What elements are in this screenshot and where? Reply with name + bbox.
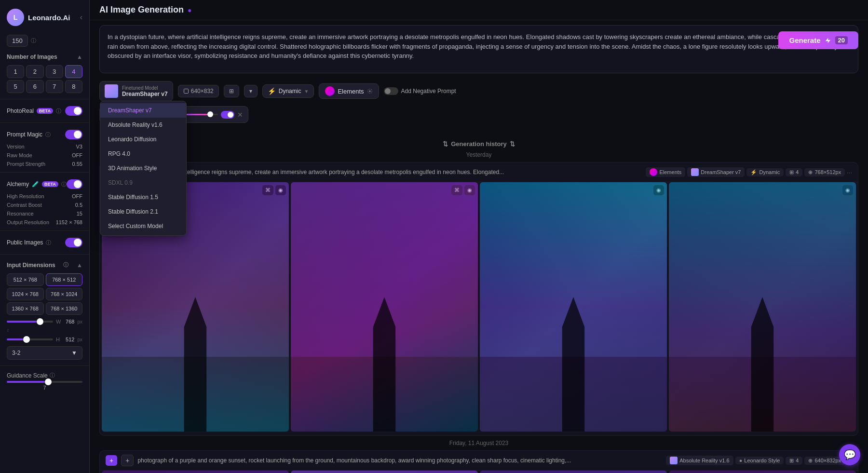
contrast-boost-option: Contrast Boost 0.5 [0, 201, 89, 209]
num-btn-1[interactable]: 1 [7, 65, 24, 78]
num-btn-2[interactable]: 2 [26, 65, 43, 78]
dropdown-item-sdxl[interactable]: SDXL 0.9 [100, 176, 186, 190]
dim-512x768[interactable]: 512 × 768 [7, 273, 44, 286]
model-selector[interactable]: Finetuned Model DreamShaper v7 DreamShap… [99, 81, 173, 101]
hist-count2-label: 4 [796, 458, 799, 463]
neg-prompt-mini-toggle[interactable] [384, 87, 398, 95]
sidebar: L Leonardo.Ai ‹ 150 ⓘ Number of Images ▲… [0, 0, 90, 473]
aspect-ratio-select[interactable]: 3-2 ▼ [7, 346, 82, 360]
num-btn-3[interactable]: 3 [46, 65, 63, 78]
image-cell-1-2[interactable]: ⌘ ◉ [291, 182, 478, 432]
image-eye-button-1-4[interactable]: ◉ [842, 185, 853, 195]
hist-tag-model: DreamShaper v7 [687, 167, 745, 177]
input-dimensions-info-icon[interactable]: ⓘ [63, 261, 68, 269]
image-cell-1-4[interactable]: ◉ [669, 182, 856, 432]
raw-mode-label: Raw Mode [7, 152, 32, 158]
alchemy-badge: BETA [42, 181, 58, 187]
high-res-value: OFF [72, 193, 82, 199]
history-item-1: + + ...where artificial intelligence rei… [99, 162, 858, 436]
dropdown-item-sd15[interactable]: Stable Diffusion 1.5 [100, 190, 186, 204]
guidance-scale-info-icon[interactable]: ⓘ [50, 372, 55, 379]
num-btn-7[interactable]: 7 [46, 80, 63, 93]
num-btn-8[interactable]: 8 [65, 80, 82, 93]
image-cell-2-3[interactable]: ◉ [480, 471, 667, 473]
negative-prompt-toggle[interactable]: Add Negative Prompt [384, 87, 456, 95]
sidebar-logo: L Leonardo.Ai ‹ [0, 5, 89, 33]
dropdown-item-sd21[interactable]: Stable Diffusion 2.1 [100, 204, 186, 219]
logo-text: Leonardo.Ai [28, 14, 70, 22]
height-slider-track[interactable] [7, 338, 53, 340]
history-item-2-add2-button[interactable]: + [121, 455, 134, 466]
image-magic-button-1-1[interactable]: ⌘ [262, 185, 273, 195]
dropdown-icon-btn[interactable]: ▾ [244, 85, 258, 97]
image-eye-button-1-2[interactable]: ◉ [464, 185, 475, 195]
guidance-scale-section: Guidance Scale ⓘ 7 [0, 370, 89, 392]
dropdown-item-rpg[interactable]: RPG 4.0 [100, 147, 186, 161]
dropdown-item-dreamshaper[interactable]: DreamShaper v7 [100, 103, 186, 118]
style-name: Dynamic [279, 88, 301, 95]
token-info-icon[interactable]: ⓘ [31, 37, 36, 44]
dim-1360x768[interactable]: 1360 × 768 [7, 302, 44, 315]
resonance-value: 15 [77, 211, 82, 216]
alchemy-info-icon[interactable]: ⓘ [61, 181, 67, 188]
alchemy-row: Alchemy 🧪 BETA ⓘ [0, 176, 89, 192]
input-dimensions-header[interactable]: Input Dimensions ⓘ ▲ [0, 258, 89, 271]
num-btn-5[interactable]: 5 [7, 80, 24, 93]
element1-close-button[interactable]: ✕ [237, 111, 243, 119]
prompt-textarea[interactable]: In a dystopian future, where artificial … [99, 25, 858, 73]
dim-1024x768[interactable]: 1024 × 768 [7, 288, 44, 300]
dropdown-item-custom[interactable]: Select Custom Model [100, 219, 186, 233]
hist-size2-label: 640×832px [814, 458, 841, 463]
help-icon[interactable]: ● [188, 6, 191, 14]
dropdown-item-3d[interactable]: 3D Animation Style [100, 161, 186, 176]
prompt-magic-toggle[interactable] [65, 130, 82, 139]
height-slider-row: H 512 px [0, 335, 89, 344]
dim-768x512[interactable]: 768 × 512 [46, 273, 83, 286]
image-cell-1-3[interactable]: ◉ [480, 182, 667, 432]
style-selector[interactable]: ⚡ Dynamic ▼ [262, 84, 314, 98]
public-images-toggle[interactable] [65, 238, 82, 247]
image-grid-2: ⌘ ◉ ◉ ◉ [100, 471, 858, 473]
back-button[interactable]: ‹ [80, 13, 82, 22]
dim-768x1024[interactable]: 768 × 1024 [46, 288, 83, 300]
image-eye-button-1-3[interactable]: ◉ [653, 185, 664, 195]
history-item-2-add-button[interactable]: + [106, 455, 117, 466]
dim-768x1360[interactable]: 768 × 1360 [46, 302, 83, 315]
image-cell-2-1[interactable]: ⌘ ◉ [102, 471, 289, 473]
photoreal-info-icon[interactable]: ⓘ [56, 108, 61, 115]
element1-enable-toggle[interactable] [221, 111, 234, 119]
element1-weight-track[interactable] [184, 114, 218, 115]
history-item-2-header: + + photograph of a purple and orange su… [100, 451, 858, 471]
generate-count: 20 [835, 36, 848, 44]
photoreal-toggle[interactable] [65, 106, 82, 116]
width-value: 768 [66, 319, 74, 324]
history-item-2-actions: Absolute Reality v1.6 ● Leonardo Style ⊞… [666, 456, 852, 465]
layout-icon-btn[interactable]: ⊞ [224, 85, 239, 97]
prompt-magic-info-icon[interactable]: ⓘ [45, 131, 51, 138]
resolution-tag[interactable]: 640×832 [178, 85, 219, 97]
number-of-images-header[interactable]: Number of Images ▲ [0, 51, 89, 63]
hist-count-icon: ⊞ [789, 169, 794, 176]
image-magic-button-1-2[interactable]: ⌘ [451, 185, 462, 195]
guidance-scale-slider[interactable] [7, 381, 82, 383]
image-eye-button-1-1[interactable]: ◉ [275, 185, 286, 195]
image-cell-2-4[interactable]: ◉ [669, 471, 856, 473]
chat-support-button[interactable]: 💬 [839, 444, 860, 465]
dropdown-item-leonardo[interactable]: Leonardo Diffusion [100, 132, 186, 147]
generate-button[interactable]: Generate 20 [778, 31, 858, 49]
image-actions-1-1: ⌘ ◉ [262, 185, 286, 195]
elements-button[interactable]: Elements [319, 83, 379, 99]
width-slider-track[interactable] [7, 321, 53, 323]
token-count: 150 [7, 35, 28, 47]
dropdown-item-absolute[interactable]: Absolute Reality v1.6 [100, 118, 186, 132]
hist-model-label: DreamShaper v7 [701, 169, 741, 175]
topbar: AI Image Generation ● [90, 0, 868, 20]
more-icon[interactable]: ··· [847, 169, 852, 176]
public-images-info-icon[interactable]: ⓘ [46, 239, 51, 246]
num-btn-6[interactable]: 6 [26, 80, 43, 93]
photoreal-badge: BETA [37, 108, 53, 114]
alchemy-toggle[interactable] [67, 179, 82, 189]
num-btn-4[interactable]: 4 [65, 65, 82, 78]
image-cell-2-2[interactable]: ◉ [291, 471, 478, 473]
resonance-option: Resonance 15 [0, 209, 89, 218]
